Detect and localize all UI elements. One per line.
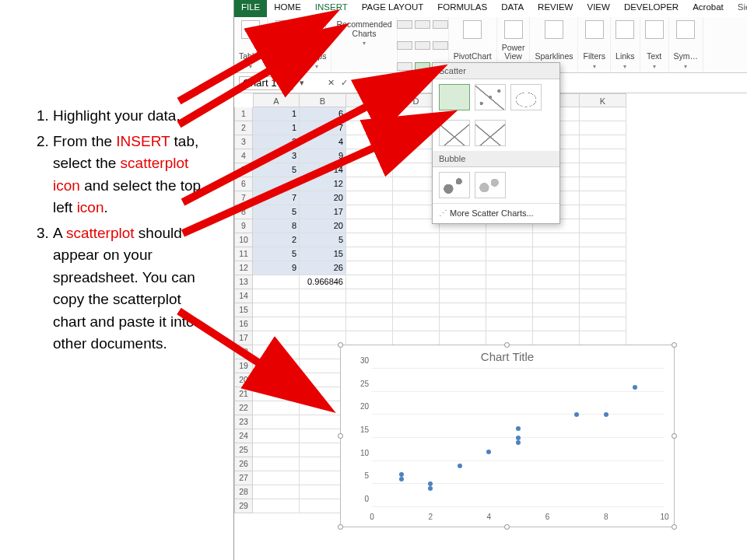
column-header[interactable]: A [253, 93, 300, 107]
ribbon-symbols[interactable]: Sym… [669, 17, 704, 72]
cell[interactable] [580, 331, 626, 345]
row-header[interactable]: 23 [234, 415, 253, 429]
cell[interactable] [580, 289, 626, 303]
account-menu[interactable]: Siegle, Del [731, 0, 747, 17]
ribbon-recommended-charts[interactable]: Recommended Charts [331, 17, 397, 72]
cell[interactable] [346, 233, 393, 247]
cell[interactable] [253, 303, 300, 317]
scatter-plain-option[interactable] [439, 84, 470, 110]
chart-data-point[interactable] [399, 477, 404, 481]
cell[interactable] [533, 289, 580, 303]
cell[interactable]: 7 [253, 191, 300, 205]
cell[interactable] [300, 289, 346, 303]
cell[interactable] [580, 219, 626, 233]
cell[interactable]: 1 [253, 107, 300, 121]
tab-review[interactable]: REVIEW [531, 0, 580, 17]
cell[interactable] [253, 359, 300, 373]
cell[interactable]: 5 [253, 247, 300, 261]
cell[interactable] [346, 303, 393, 317]
row-header[interactable]: 17 [234, 331, 253, 345]
cell[interactable] [580, 177, 626, 191]
cancel-formula-icon[interactable]: ✕ [328, 78, 335, 88]
cell[interactable] [440, 261, 486, 275]
cell[interactable] [253, 345, 300, 359]
cell[interactable] [346, 149, 393, 163]
cell[interactable] [300, 387, 346, 401]
cell[interactable] [300, 359, 346, 373]
cell[interactable] [486, 247, 533, 261]
tab-developer[interactable]: DEVELOPER [617, 0, 686, 17]
row-header[interactable]: 13 [234, 275, 253, 289]
row-header[interactable]: 16 [234, 317, 253, 331]
cell[interactable] [253, 387, 300, 401]
cell[interactable] [580, 163, 626, 177]
row-header[interactable]: 11 [234, 247, 253, 261]
more-scatter-charts[interactable]: More Scatter Charts... [433, 203, 559, 223]
row-header[interactable]: 4 [234, 149, 253, 163]
cell[interactable] [346, 261, 393, 275]
row-header[interactable]: 24 [234, 429, 253, 443]
row-header[interactable]: 20 [234, 373, 253, 387]
cell[interactable] [253, 471, 300, 485]
cell[interactable] [580, 233, 626, 247]
cell[interactable] [253, 289, 300, 303]
cell[interactable] [253, 317, 300, 331]
cell[interactable] [253, 429, 300, 443]
cell[interactable] [486, 331, 533, 345]
chart-resize-handle[interactable] [504, 342, 510, 348]
cell[interactable]: 7 [300, 121, 346, 135]
embedded-chart[interactable]: Chart Title 0510152025300246810 [340, 345, 675, 527]
cell[interactable] [346, 135, 393, 149]
tab-home[interactable]: HOME [267, 0, 308, 17]
cell[interactable] [300, 303, 346, 317]
cell[interactable]: 0.966846 [300, 275, 346, 289]
cell[interactable] [486, 261, 533, 275]
chart-data-point[interactable] [574, 412, 579, 417]
ribbon-text[interactable]: Text [640, 17, 669, 72]
cell[interactable] [580, 205, 626, 219]
cell[interactable] [300, 443, 346, 457]
cell[interactable] [300, 401, 346, 415]
cell[interactable]: 9 [253, 261, 300, 275]
cell[interactable] [440, 289, 486, 303]
chart-data-point[interactable] [604, 412, 608, 417]
cell[interactable] [253, 485, 300, 499]
tab-insert[interactable]: INSERT [308, 0, 355, 17]
tab-formulas[interactable]: FORMULAS [430, 0, 494, 17]
cell[interactable] [346, 191, 393, 205]
cell[interactable]: 17 [300, 205, 346, 219]
cell[interactable]: 3 [253, 149, 300, 163]
row-header[interactable]: 8 [234, 205, 253, 219]
row-header[interactable]: 6 [234, 177, 253, 191]
cell[interactable] [346, 331, 393, 345]
chart-data-point[interactable] [428, 481, 433, 486]
cell[interactable] [486, 233, 533, 247]
scatter-smooth-markers-option[interactable] [475, 84, 506, 110]
row-header[interactable]: 21 [234, 387, 253, 401]
cell[interactable] [580, 107, 626, 121]
column-header[interactable]: C [346, 93, 393, 107]
cell[interactable]: 1 [253, 121, 300, 135]
cell[interactable]: 4 [253, 177, 300, 191]
chart-title[interactable]: Chart Title [341, 345, 674, 365]
chart-data-point[interactable] [633, 385, 637, 390]
cell[interactable] [253, 457, 300, 471]
cell[interactable] [580, 247, 626, 261]
scatter-straight-lines-option[interactable] [475, 120, 506, 146]
chart-data-point[interactable] [516, 436, 521, 440]
cell[interactable] [253, 373, 300, 387]
column-header[interactable]: K [580, 93, 626, 107]
cell[interactable] [486, 289, 533, 303]
row-header[interactable]: 9 [234, 219, 253, 233]
cell[interactable] [300, 317, 346, 331]
chart-resize-handle[interactable] [338, 342, 343, 348]
cell[interactable] [580, 317, 626, 331]
cell[interactable]: 14 [300, 163, 346, 177]
cell[interactable] [300, 373, 346, 387]
chart-resize-handle[interactable] [672, 433, 677, 439]
chart-plot-area[interactable]: 0510152025300246810 [372, 369, 665, 507]
row-header[interactable]: 10 [234, 233, 253, 247]
cell[interactable]: 9 [300, 149, 346, 163]
cell[interactable] [440, 331, 486, 345]
chart-resize-handle[interactable] [338, 524, 343, 530]
